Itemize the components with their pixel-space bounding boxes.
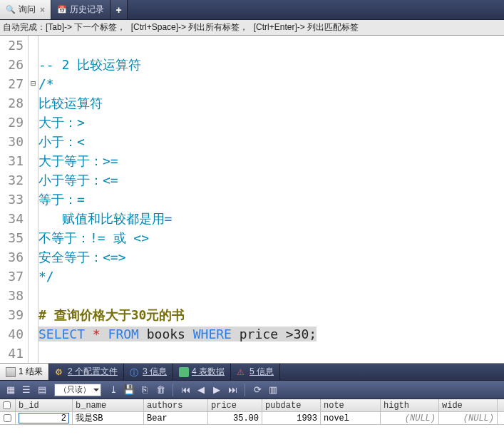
filter-icon[interactable]: ▥: [265, 383, 281, 397]
fold-marker: [29, 132, 38, 151]
export-icon[interactable]: ⤓: [106, 383, 121, 397]
line-number: 30: [0, 132, 24, 151]
code-line[interactable]: SELECT * FROM books WHERE price >30;: [38, 324, 504, 344]
line-number: 40: [0, 324, 24, 344]
result-tab-label: 2 个配置文件: [68, 366, 118, 378]
tab-label: 历史记录: [70, 4, 104, 16]
first-icon[interactable]: ⏮: [178, 383, 193, 397]
code-line[interactable]: 小于：<: [38, 132, 504, 151]
info-icon: ⓘ: [130, 367, 140, 377]
result-tab[interactable]: 4 表数据: [173, 364, 231, 380]
db-icon: [179, 367, 189, 377]
grid-row-checkbox-cell[interactable]: [0, 412, 16, 424]
code-line[interactable]: 比较运算符: [38, 93, 504, 113]
code-line[interactable]: */: [38, 267, 504, 286]
code-line[interactable]: [38, 344, 504, 363]
line-number: 27: [0, 74, 24, 93]
row-checkbox[interactable]: [4, 414, 11, 422]
line-number-gutter: 2526272829303132333435363738394041: [0, 36, 29, 363]
card-view-icon[interactable]: ▤: [34, 383, 50, 397]
fold-marker: [29, 267, 38, 286]
code-line[interactable]: 等于：=: [38, 190, 504, 209]
result-tab[interactable]: ⓘ3 信息: [124, 364, 173, 380]
code-line[interactable]: 赋值和比较都是用=: [38, 209, 504, 228]
grid-cell[interactable]: 35.00: [208, 412, 262, 424]
code-line[interactable]: # 查询价格大于30元的书: [38, 305, 504, 324]
grid-column-header[interactable]: b_name: [73, 399, 144, 411]
code-line[interactable]: 安全等于：<=>: [38, 247, 504, 267]
grid-cell[interactable]: (NULL): [439, 412, 498, 424]
readonly-dropdown[interactable]: （只读）: [54, 384, 101, 396]
grid-cell[interactable]: 2: [16, 412, 73, 424]
select-all-checkbox[interactable]: [3, 401, 11, 409]
line-number: 29: [0, 113, 24, 132]
grid-column-header[interactable]: price: [208, 399, 262, 411]
code-line[interactable]: [38, 286, 504, 305]
delete-icon[interactable]: 🗑: [153, 383, 168, 397]
add-tab-button[interactable]: +: [110, 0, 128, 19]
grid-column-header[interactable]: b_id: [16, 399, 73, 411]
grid-cell[interactable]: novel: [321, 412, 381, 424]
line-number: 31: [0, 151, 24, 170]
result-tab-label: 3 信息: [143, 366, 167, 378]
fold-marker: [29, 286, 38, 305]
code-line[interactable]: -- 2 比较运算符: [38, 55, 504, 74]
hint-item: [Tab]-> 下一个标签，: [46, 22, 128, 32]
autocomplete-hint-bar: 自动完成： [Tab]-> 下一个标签， [Ctrl+Space]-> 列出所有…: [0, 20, 504, 36]
line-number: 39: [0, 305, 24, 324]
toolbar-separator: [173, 384, 173, 396]
fold-marker: [29, 344, 38, 363]
line-number: 25: [0, 36, 24, 55]
grid-column-header[interactable]: pubdate: [262, 399, 321, 411]
code-line[interactable]: 小于等于：<=: [38, 170, 504, 190]
grid-column-header[interactable]: authors: [144, 399, 208, 411]
form-view-icon[interactable]: ☰: [19, 383, 34, 397]
line-number: 36: [0, 247, 24, 267]
fold-marker: [29, 93, 38, 113]
code-line[interactable]: 不等于：!= 或 <>: [38, 228, 504, 247]
editor-tab[interactable]: 📅历史记录: [51, 0, 110, 19]
sql-editor[interactable]: 2526272829303132333435363738394041 ⊟ -- …: [0, 36, 504, 364]
last-icon[interactable]: ⏭: [225, 383, 240, 397]
line-number: 35: [0, 228, 24, 247]
save-icon[interactable]: 💾: [121, 383, 137, 397]
grid-cell[interactable]: 1993: [262, 412, 321, 424]
next-icon[interactable]: ▶: [209, 383, 225, 397]
result-grid[interactable]: b_idb_nameauthorspricepubdatenotehigthwi…: [0, 399, 504, 425]
result-tab-label: 1 结果: [19, 366, 43, 378]
table-icon: [6, 367, 16, 377]
grid-view-icon[interactable]: ▦: [3, 383, 19, 397]
grid-column-header[interactable]: higth: [381, 399, 439, 411]
grid-column-header[interactable]: wide: [439, 399, 498, 411]
code-area[interactable]: -- 2 比较运算符/*比较运算符大于：>小于：<大于等于：>=小于等于：<=等…: [38, 36, 504, 363]
grid-cell[interactable]: Bear: [144, 412, 208, 424]
code-line[interactable]: 大于：>: [38, 113, 504, 132]
result-tab[interactable]: 1 结果: [0, 364, 49, 380]
fold-marker: [29, 190, 38, 209]
fold-marker: [29, 324, 38, 344]
fold-marker: [29, 36, 38, 55]
line-number: 38: [0, 286, 24, 305]
code-line[interactable]: 大于等于：>=: [38, 151, 504, 170]
grid-cell[interactable]: (NULL): [381, 412, 439, 424]
result-tab-label: 5 信息: [250, 366, 274, 378]
fold-gutter[interactable]: ⊟: [29, 36, 38, 363]
editor-tab[interactable]: 🔍询问×: [0, 0, 51, 19]
grid-checkbox-header[interactable]: [0, 399, 16, 411]
toolbar-separator: [245, 384, 245, 396]
grid-data-row[interactable]: 2我是SBBear35.001993novel(NULL)(NULL): [0, 412, 504, 425]
result-tab[interactable]: ⚠5 信息: [231, 364, 280, 380]
fold-marker: [29, 247, 38, 267]
close-icon[interactable]: ×: [40, 5, 45, 15]
fold-marker: [29, 305, 38, 324]
code-line[interactable]: [38, 36, 504, 55]
result-tab[interactable]: ⚙2 个配置文件: [49, 364, 124, 380]
fold-marker[interactable]: ⊟: [29, 74, 38, 93]
grid-cell[interactable]: 我是SB: [73, 412, 144, 424]
grid-cell-focus[interactable]: 2: [19, 413, 69, 423]
refresh-icon[interactable]: ⟳: [250, 383, 265, 397]
prev-icon[interactable]: ◀: [193, 383, 209, 397]
grid-column-header[interactable]: note: [321, 399, 381, 411]
copy-icon[interactable]: ⎘: [137, 383, 153, 397]
code-line[interactable]: /*: [38, 74, 504, 93]
